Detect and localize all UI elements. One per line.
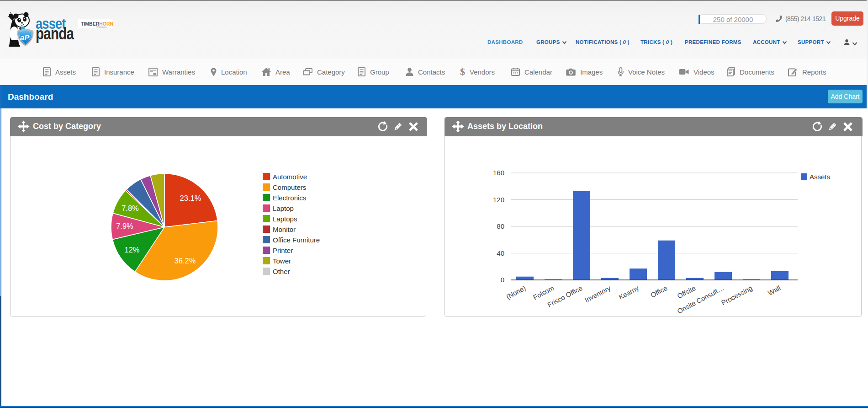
- svg-text:panda: panda: [36, 24, 74, 43]
- svg-text:Printer: Printer: [273, 247, 293, 254]
- svg-text:7.9%: 7.9%: [116, 222, 133, 230]
- svg-text:Monitor: Monitor: [273, 225, 296, 233]
- svg-text:Automotive: Automotive: [273, 173, 307, 181]
- svg-text:Electronics: Electronics: [273, 194, 306, 202]
- svg-text:(None): (None): [505, 284, 527, 301]
- svg-text:Inventory: Inventory: [583, 284, 612, 304]
- svg-text:80: 80: [497, 222, 504, 230]
- svg-text:Assets: Assets: [810, 173, 830, 181]
- svg-text:Tower: Tower: [273, 257, 291, 265]
- svg-text:Computers: Computers: [273, 183, 306, 191]
- svg-text:7.8%: 7.8%: [122, 204, 139, 212]
- svg-text:160: 160: [493, 169, 504, 177]
- svg-text:12%: 12%: [124, 246, 139, 254]
- svg-text:Office: Office: [649, 284, 668, 299]
- svg-text:Other: Other: [273, 268, 290, 275]
- svg-text:Laptops: Laptops: [273, 215, 297, 223]
- svg-text:Kearny: Kearny: [617, 284, 640, 301]
- svg-text:Laptop: Laptop: [273, 204, 294, 212]
- svg-text:0: 0: [501, 276, 504, 284]
- svg-text:Wall: Wall: [767, 284, 782, 297]
- svg-text:23.1%: 23.1%: [180, 194, 201, 202]
- svg-text:36.2%: 36.2%: [175, 257, 196, 265]
- svg-text:aP: aP: [20, 33, 30, 42]
- svg-text:Offsite: Offsite: [676, 284, 697, 300]
- svg-text:Onsite Consult…: Onsite Consult…: [676, 284, 725, 315]
- svg-text:Office Furniture: Office Furniture: [273, 236, 320, 244]
- svg-text:120: 120: [493, 196, 504, 204]
- svg-text:Processing: Processing: [720, 284, 753, 307]
- svg-text:40: 40: [497, 249, 504, 257]
- svg-text:IT Solutions: IT Solutions: [96, 26, 107, 28]
